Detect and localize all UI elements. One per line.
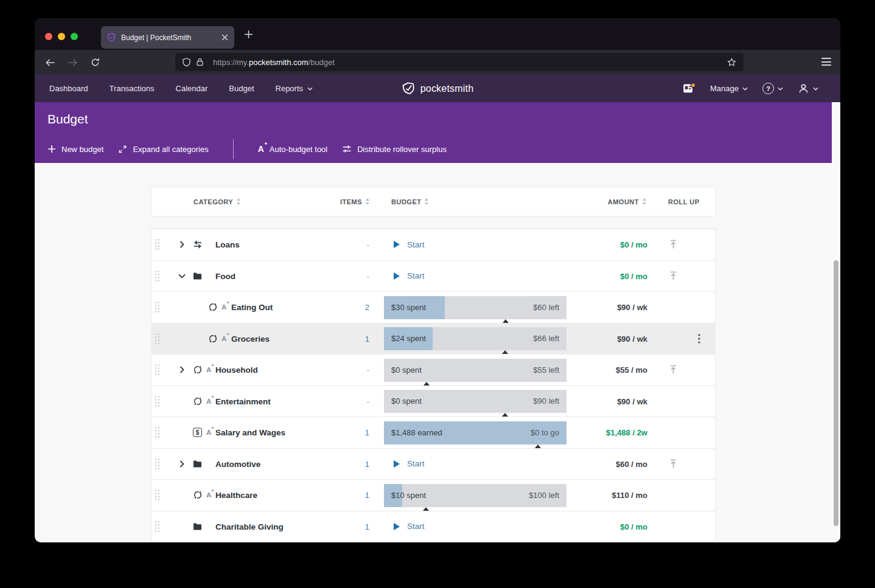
category-name[interactable]: Charitable Giving <box>215 522 284 531</box>
tracking-shield-icon[interactable] <box>183 58 190 67</box>
start-budget-button[interactable]: Start <box>384 229 566 260</box>
tab-close-icon[interactable] <box>221 34 228 41</box>
back-button[interactable] <box>41 58 59 67</box>
row-menu-kebab-icon[interactable] <box>694 323 705 355</box>
manage-menu[interactable]: Manage <box>710 84 748 93</box>
drag-handle-icon[interactable] <box>155 270 160 282</box>
amount-value: $0 / mo <box>541 271 647 280</box>
table-row: $ A Salary and Wages 1 $1,488 earned $0 … <box>152 417 715 448</box>
chevron-down-icon <box>307 87 313 91</box>
help-icon: ? <box>762 83 774 94</box>
play-icon <box>394 523 400 530</box>
items-count: - <box>334 396 369 406</box>
nav-item-dashboard[interactable]: Dashboard <box>49 84 88 93</box>
pocketsmith-logo[interactable]: pocketsmith <box>402 81 474 95</box>
column-header-budget[interactable]: BUDGET <box>391 187 428 216</box>
logo-text: pocketsmith <box>420 83 474 94</box>
category-name[interactable]: Loans <box>215 240 240 249</box>
table-row: A Household - $0 spent $55 left $55 / mo <box>152 354 715 386</box>
auto-budget-icon: A <box>258 144 264 154</box>
scrollbar-track[interactable] <box>832 102 840 542</box>
new-tab-button[interactable] <box>242 28 254 40</box>
table-body: Loans - Start $0 / mo Food - <box>151 228 716 542</box>
drag-handle-icon[interactable] <box>155 239 160 251</box>
expand-all-categories-button[interactable]: Expand all categories <box>118 145 208 154</box>
distribute-rollover-button[interactable]: Distribute rollover surplus <box>342 144 447 154</box>
items-count: 1 <box>334 491 369 500</box>
start-budget-button[interactable]: Start <box>384 511 566 542</box>
nav-item-calendar[interactable]: Calendar <box>176 84 208 93</box>
url-bar[interactable]: https://my.pocketsmith.com/budget <box>175 53 744 71</box>
chevron-down-icon <box>742 87 748 91</box>
category-name[interactable]: Household <box>215 365 258 375</box>
drag-handle-icon[interactable] <box>155 489 160 501</box>
start-budget-button[interactable]: Start <box>384 261 566 292</box>
budget-progress-bar[interactable]: $24 spent $66 left <box>384 327 566 350</box>
items-count: 1 <box>334 522 369 531</box>
category-name[interactable]: Eating Out <box>231 303 273 312</box>
sliders-icon <box>342 144 352 154</box>
new-budget-button[interactable]: New budget <box>47 145 103 154</box>
expand-chevron-icon[interactable] <box>180 460 184 468</box>
category-name[interactable]: Salary and Wages <box>215 428 285 437</box>
rollup-icon[interactable] <box>663 261 683 292</box>
category-name[interactable]: Healthcare <box>215 491 257 500</box>
column-header-items[interactable]: ITEMS <box>334 187 369 216</box>
drag-handle-icon[interactable] <box>155 458 160 469</box>
expand-chevron-icon[interactable] <box>178 274 186 278</box>
start-budget-button[interactable]: Start <box>384 449 566 480</box>
lock-icon[interactable] <box>197 58 203 66</box>
user-menu[interactable] <box>798 83 818 94</box>
rollup-icon[interactable] <box>663 449 683 480</box>
category-name[interactable]: Groceries <box>231 334 270 343</box>
drag-handle-icon[interactable] <box>155 302 160 313</box>
manage-label: Manage <box>710 84 739 93</box>
table-row: A Healthcare 1 $10 spent $100 left $110 … <box>152 479 715 511</box>
category-name[interactable]: Entertainment <box>215 396 271 406</box>
drag-handle-icon[interactable] <box>155 333 160 344</box>
table-row: Food - Start $0 / mo <box>152 260 715 292</box>
auto-budget-icon: A <box>221 335 226 342</box>
close-window-button[interactable] <box>45 33 52 40</box>
nav-item-budget[interactable]: Budget <box>229 84 254 93</box>
income-icon: $ <box>193 428 202 437</box>
amount-value: $55 / mo <box>541 365 647 375</box>
forward-button[interactable] <box>63 58 82 67</box>
nav-item-reports[interactable]: Reports <box>276 84 313 93</box>
rollup-icon[interactable] <box>663 229 683 260</box>
auto-budget-tool-button[interactable]: A Auto-budget tool <box>258 144 328 154</box>
help-menu[interactable]: ? <box>762 83 783 94</box>
drag-handle-icon[interactable] <box>155 427 160 438</box>
menu-hamburger-icon[interactable] <box>821 58 831 66</box>
refresh-button[interactable] <box>86 58 104 67</box>
page-viewport: Dashboard Transactions Calendar Budget R… <box>35 75 840 542</box>
budget-progress-bar[interactable]: $0 spent $55 left <box>384 359 566 382</box>
auto-budget-icon: A <box>206 491 211 499</box>
expand-chevron-icon[interactable] <box>180 366 184 373</box>
browser-tab[interactable]: Budget | PocketSmith <box>101 26 234 49</box>
budget-cell: $1,488 earned $0 to go <box>384 417 566 448</box>
drag-handle-icon[interactable] <box>155 395 160 407</box>
budget-progress-bar[interactable]: $1,488 earned $0 to go <box>384 421 566 444</box>
scrollbar-thumb[interactable] <box>834 260 838 526</box>
table-row: Charitable Giving 1 Start $0 / mo <box>152 511 715 542</box>
bookmark-star-icon[interactable] <box>727 58 736 67</box>
drag-handle-icon[interactable] <box>155 521 160 532</box>
budget-progress-bar[interactable]: $30 spent $60 left <box>384 296 566 319</box>
minimize-window-button[interactable] <box>58 33 65 40</box>
window-controls <box>45 33 78 40</box>
rollup-icon[interactable] <box>663 355 683 386</box>
column-header-category[interactable]: CATEGORY <box>193 187 240 216</box>
column-header-amount[interactable]: AMOUNT <box>541 187 646 216</box>
category-name[interactable]: Food <box>215 271 235 280</box>
spent-label: $30 spent <box>391 296 426 319</box>
nav-item-transactions[interactable]: Transactions <box>110 84 155 93</box>
url-text: https://my.pocketsmith.com/budget <box>213 58 335 67</box>
whats-new-icon[interactable] <box>683 83 695 94</box>
budget-progress-bar[interactable]: $10 spent $100 left <box>384 484 566 507</box>
budget-progress-bar[interactable]: $0 spent $90 left <box>384 390 566 413</box>
zoom-window-button[interactable] <box>71 33 78 40</box>
category-name[interactable]: Automotive <box>215 459 260 468</box>
drag-handle-icon[interactable] <box>155 364 160 376</box>
expand-chevron-icon[interactable] <box>180 241 184 248</box>
